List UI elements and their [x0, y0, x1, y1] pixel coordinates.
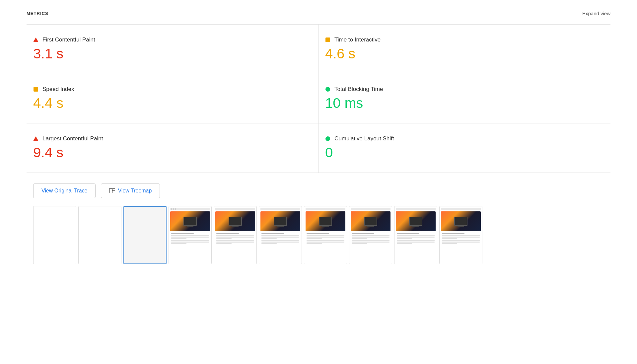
view-trace-label: View Original Trace [41, 188, 87, 194]
square-orange-icon-tti [325, 37, 330, 42]
page-container: METRICS Expand view First Contentful Pai… [0, 0, 637, 275]
thumbnail-1[interactable] [33, 206, 76, 264]
thumbnail-3-selected[interactable] [123, 206, 167, 264]
thumbnail-2[interactable] [78, 206, 121, 264]
metric-lcp-value: 9.4 s [33, 145, 305, 161]
thumbnail-8[interactable] [349, 206, 392, 264]
svg-rect-0 [109, 189, 112, 193]
treemap-icon [109, 188, 115, 193]
expand-view-button[interactable]: Expand view [582, 11, 610, 16]
thumbnail-9[interactable] [394, 206, 437, 264]
metric-cls: Cumulative Layout Shift 0 [318, 123, 610, 173]
metric-si-name: Speed Index [42, 86, 74, 93]
buttons-row: View Original Trace View Treemap [27, 173, 610, 206]
thumbnail-4[interactable] [169, 206, 212, 264]
metric-tti-name: Time to Interactive [334, 36, 381, 43]
page-title: METRICS [27, 11, 48, 16]
triangle-red-icon-lcp [33, 136, 38, 141]
metric-fcp: First Contentful Paint 3.1 s [27, 25, 318, 74]
circle-green-icon-cls [325, 136, 330, 141]
metric-cls-name: Cumulative Layout Shift [334, 135, 394, 142]
metric-fcp-header: First Contentful Paint [33, 36, 305, 43]
thumbnail-10[interactable] [439, 206, 482, 264]
triangle-red-icon [33, 37, 38, 42]
thumbnail-5[interactable] [214, 206, 257, 264]
metric-fcp-name: First Contentful Paint [42, 36, 95, 43]
svg-rect-2 [112, 191, 115, 193]
view-original-trace-button[interactable]: View Original Trace [33, 183, 96, 198]
metric-tbt: Total Blocking Time 10 ms [318, 74, 610, 123]
metric-si-value: 4.4 s [33, 95, 305, 111]
metric-lcp-header: Largest Contentful Paint [33, 135, 305, 142]
metric-tti-value: 4.6 s [325, 46, 597, 62]
metric-cls-value: 0 [325, 145, 597, 161]
square-orange-icon-si [33, 87, 38, 92]
header-row: METRICS Expand view [27, 11, 610, 16]
view-treemap-button[interactable]: View Treemap [101, 183, 160, 198]
metric-cls-header: Cumulative Layout Shift [325, 135, 597, 142]
metric-lcp-name: Largest Contentful Paint [42, 135, 103, 142]
metric-tbt-header: Total Blocking Time [325, 86, 597, 93]
metric-tti-header: Time to Interactive [325, 36, 597, 43]
thumbnails-row [27, 206, 610, 264]
metric-si: Speed Index 4.4 s [27, 74, 318, 123]
metric-tbt-value: 10 ms [325, 95, 597, 111]
metrics-grid: First Contentful Paint 3.1 s Time to Int… [27, 25, 610, 173]
thumbnail-6[interactable] [259, 206, 302, 264]
metric-lcp: Largest Contentful Paint 9.4 s [27, 123, 318, 173]
thumbnail-7[interactable] [304, 206, 347, 264]
svg-rect-1 [112, 189, 115, 191]
metric-fcp-value: 3.1 s [33, 46, 305, 62]
circle-green-icon-tbt [325, 87, 330, 92]
view-treemap-label: View Treemap [118, 188, 152, 194]
metric-tti: Time to Interactive 4.6 s [318, 25, 610, 74]
metric-tbt-name: Total Blocking Time [334, 86, 383, 93]
metric-si-header: Speed Index [33, 86, 305, 93]
